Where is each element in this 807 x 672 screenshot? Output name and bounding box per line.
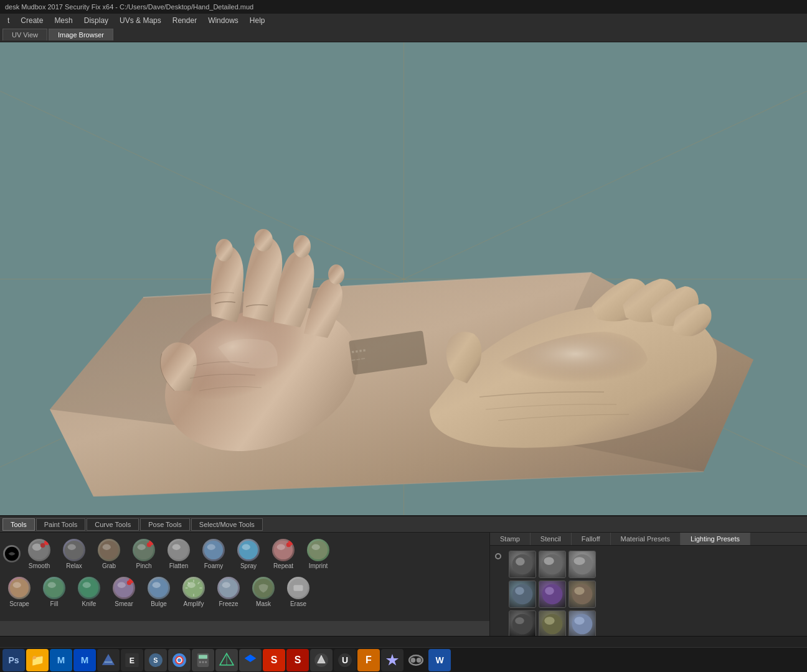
taskbar-dropbox[interactable] <box>239 649 262 671</box>
preset-thumb-5[interactable] <box>539 581 566 608</box>
tool-amplify[interactable]: Amplify <box>177 574 210 610</box>
menu-uvs-maps[interactable]: UVs & Maps <box>115 15 166 26</box>
tool-pinch[interactable]: Pinch <box>127 536 161 572</box>
preset-thumb-4[interactable] <box>509 581 536 608</box>
right-tab-stamp[interactable]: Stamp <box>490 533 531 545</box>
taskbar-epic-games[interactable]: E <box>121 649 143 671</box>
tool-knife[interactable]: Knife <box>72 574 106 610</box>
svg-rect-48 <box>293 585 303 590</box>
menu-t[interactable]: t <box>2 15 14 26</box>
tool-tab-paint[interactable]: Paint Tools <box>36 518 86 531</box>
tool-foamy[interactable]: Foamy <box>197 536 230 572</box>
radio-button[interactable] <box>495 553 501 559</box>
viewport[interactable]: ■ ■ ■ ■ ▬ ▬ ▬ <box>0 42 807 515</box>
svg-point-32 <box>13 582 21 588</box>
mask-icon <box>252 577 275 599</box>
tool-row-1: Smooth Relax Grab <box>2 535 488 573</box>
tool-grab[interactable]: Grab <box>92 536 126 572</box>
tool-fill[interactable]: Fill <box>37 574 71 610</box>
svg-point-28 <box>286 543 291 548</box>
svg-point-13 <box>65 541 83 559</box>
menu-windows[interactable]: Windows <box>203 15 243 26</box>
svg-point-20 <box>169 541 188 559</box>
taskbar-chrome[interactable] <box>168 649 191 671</box>
taskbar-word[interactable]: W <box>428 649 451 671</box>
right-tab-falloff[interactable]: Falloff <box>572 533 611 545</box>
amplify-icon <box>182 577 205 599</box>
right-tab-lighting[interactable]: Lighting Presets <box>681 533 750 545</box>
tool-tab-tools[interactable]: Tools <box>2 518 35 531</box>
tool-flatten[interactable]: Flatten <box>162 536 196 572</box>
tool-spray[interactable]: Spray <box>232 536 265 572</box>
preset-thumb-9[interactable] <box>569 610 596 638</box>
tool-smear[interactable]: Smear <box>107 574 141 610</box>
preset-thumb-3[interactable] <box>569 551 596 578</box>
right-tab-material[interactable]: Material Presets <box>611 533 681 545</box>
taskbar-file-explorer[interactable]: 📁 <box>26 649 49 671</box>
taskbar-unity[interactable] <box>310 649 333 671</box>
menu-mesh[interactable]: Mesh <box>49 15 77 26</box>
smear-icon <box>113 577 135 599</box>
mask-label: Mask <box>256 600 271 607</box>
preset-thumb-7[interactable] <box>509 610 536 638</box>
svg-point-91 <box>417 658 422 663</box>
knife-label: Knife <box>82 600 97 607</box>
taskbar-s-app-2[interactable]: S <box>286 649 309 671</box>
taskbar-calculator[interactable] <box>192 649 214 671</box>
tool-bulge[interactable]: Bulge <box>142 574 176 610</box>
taskbar-art-app[interactable] <box>97 649 120 671</box>
tool-repeat[interactable]: Repeat <box>267 536 300 572</box>
tool-tab-select[interactable]: Select/Move Tools <box>191 518 263 531</box>
svg-point-15 <box>100 541 118 559</box>
tool-tab-curve[interactable]: Curve Tools <box>87 518 139 531</box>
menu-render[interactable]: Render <box>168 15 202 26</box>
taskbar-star-app[interactable] <box>381 649 404 671</box>
tab-uv-view[interactable]: UV View <box>2 29 47 40</box>
taskbar-photoshop[interactable]: Ps <box>2 649 25 671</box>
tool-btn-first[interactable] <box>2 543 21 566</box>
right-tab-stencil[interactable]: Stencil <box>531 533 572 545</box>
svg-point-40 <box>149 579 168 597</box>
taskbar-unreal[interactable]: U <box>334 649 356 671</box>
preset-thumb-6[interactable] <box>569 581 596 608</box>
taskbar-mudbox-1[interactable]: M <box>50 649 72 671</box>
menu-display[interactable]: Display <box>79 15 113 26</box>
preset-thumb-2[interactable] <box>539 551 566 578</box>
erase-label: Erase <box>290 600 306 607</box>
smooth-icon <box>28 539 50 561</box>
menu-create[interactable]: Create <box>16 15 48 26</box>
tool-tabs: Tools Paint Tools Curve Tools Pose Tools… <box>0 516 807 533</box>
freeze-icon <box>217 577 240 599</box>
svg-point-45 <box>222 582 230 588</box>
svg-point-17 <box>134 541 153 559</box>
tool-mask[interactable]: Mask <box>247 574 280 610</box>
tool-tab-pose[interactable]: Pose Tools <box>140 518 190 531</box>
taskbar: Ps 📁 M M E S S <box>0 647 807 672</box>
svg-rect-76 <box>199 655 207 658</box>
tab-image-browser[interactable]: Image Browser <box>49 29 113 40</box>
tool-freeze[interactable]: Freeze <box>212 574 245 610</box>
tool-scrape[interactable]: Scrape <box>2 574 36 610</box>
svg-point-25 <box>242 544 250 550</box>
taskbar-f-app[interactable]: F <box>357 649 380 671</box>
taskbar-substance[interactable]: S <box>144 649 167 671</box>
svg-point-78 <box>202 661 204 663</box>
tool-erase[interactable]: Erase <box>281 574 315 610</box>
lighting-presets-grid <box>506 548 598 640</box>
taskbar-mudbox-2[interactable]: M <box>73 649 96 671</box>
svg-point-31 <box>10 579 29 597</box>
tool-relax[interactable]: Relax <box>57 536 91 572</box>
bottom-toolbar: Tools Paint Tools Curve Tools Pose Tools… <box>0 515 807 621</box>
tool-imprint[interactable]: Imprint <box>301 536 335 572</box>
taskbar-s-app-1[interactable]: S <box>263 649 285 671</box>
fill-icon <box>43 577 65 599</box>
tool-smooth[interactable]: Smooth <box>22 536 56 572</box>
menu-help[interactable]: Help <box>245 15 270 26</box>
svg-point-26 <box>274 541 293 559</box>
preset-thumb-8[interactable] <box>539 610 566 638</box>
taskbar-oculus[interactable] <box>405 649 427 671</box>
spray-icon <box>237 539 260 561</box>
preset-thumb-1[interactable] <box>509 551 536 578</box>
svg-point-36 <box>83 582 91 588</box>
taskbar-mesh-app[interactable] <box>215 649 238 671</box>
